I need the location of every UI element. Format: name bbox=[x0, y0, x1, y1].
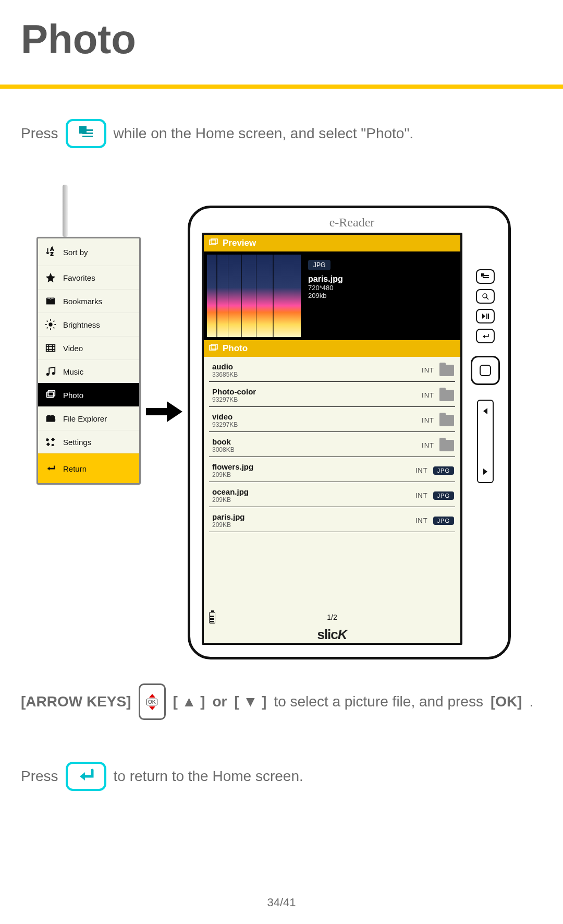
folder-icon bbox=[439, 440, 454, 451]
page-number: 34/41 bbox=[0, 896, 563, 909]
ok-label: [OK] bbox=[491, 693, 522, 710]
side-btn-ok[interactable] bbox=[471, 356, 500, 385]
side-nav-strip[interactable] bbox=[477, 400, 494, 483]
menu-item-sortby[interactable]: AZ Sort by bbox=[38, 238, 139, 266]
folder-icon bbox=[439, 390, 454, 401]
svg-rect-25 bbox=[483, 275, 489, 276]
press-text: Press bbox=[21, 768, 58, 785]
side-btn-playpause[interactable] bbox=[476, 309, 495, 323]
preview-filename: paris.jpg bbox=[308, 274, 343, 284]
instruction-line-1: Press while on the Home screen, and sele… bbox=[21, 119, 542, 148]
arrow-up-icon bbox=[149, 694, 155, 698]
file-name: ocean.jpg bbox=[212, 487, 249, 496]
menu-item-bookmarks[interactable]: Bookmarks bbox=[38, 289, 139, 313]
back-icon bbox=[76, 767, 96, 786]
file-size: 209KB bbox=[212, 496, 249, 503]
menu-button-icon bbox=[66, 119, 106, 148]
star-icon bbox=[44, 271, 57, 284]
photo-icon bbox=[44, 389, 57, 401]
file-name: paris.jpg bbox=[212, 512, 245, 521]
status-bar: 1/2 bbox=[204, 609, 460, 623]
svg-rect-26 bbox=[483, 277, 489, 278]
menu-label: Brightness bbox=[63, 320, 100, 329]
svg-line-8 bbox=[54, 328, 55, 329]
or-text: or bbox=[212, 693, 227, 710]
battery-icon bbox=[209, 612, 215, 623]
menu-item-return[interactable]: Return bbox=[38, 453, 139, 483]
file-loc: INT bbox=[422, 366, 434, 374]
file-name: book bbox=[212, 437, 235, 446]
menu-label: Sort by bbox=[63, 248, 88, 257]
side-btn-back[interactable] bbox=[476, 329, 495, 343]
svg-text:Z: Z bbox=[51, 252, 53, 257]
preview-badge: JPG bbox=[308, 260, 331, 270]
arrow-down-icon bbox=[149, 706, 155, 710]
instruction-line-3: Press to return to the Home screen. bbox=[21, 762, 542, 791]
diagram: AZ Sort by Favorites Bookmarks bbox=[21, 211, 542, 680]
down-glyph: [ ▼ ] bbox=[234, 693, 266, 710]
photo-header: Photo bbox=[204, 340, 460, 357]
svg-line-10 bbox=[54, 321, 55, 322]
popup-menu: AZ Sort by Favorites Bookmarks bbox=[36, 237, 141, 485]
menu-label: File Explorer bbox=[63, 414, 107, 423]
file-row[interactable]: ocean.jpg209KB INTJPG bbox=[209, 482, 455, 507]
jpg-badge: JPG bbox=[433, 491, 454, 500]
file-size: 209KB bbox=[212, 471, 253, 478]
menu-icon bbox=[79, 126, 93, 141]
file-loc: INT bbox=[415, 517, 428, 524]
photos-icon bbox=[209, 343, 218, 354]
menu-item-settings[interactable]: Settings bbox=[38, 430, 139, 453]
menu-item-file-explorer[interactable]: File Explorer bbox=[38, 406, 139, 430]
side-btn-menu[interactable] bbox=[476, 269, 495, 284]
svg-rect-29 bbox=[486, 314, 487, 319]
pagination: 1/2 bbox=[327, 613, 337, 621]
file-name: Photo-color bbox=[212, 387, 256, 396]
file-size: 93297KB bbox=[212, 396, 256, 403]
bookmark-icon bbox=[44, 295, 57, 307]
svg-point-27 bbox=[483, 294, 487, 298]
preview-meta: JPG paris.jpg 720*480 209kb bbox=[308, 255, 343, 337]
nav-prev-icon bbox=[483, 408, 487, 414]
menu-item-brightness[interactable]: Brightness bbox=[38, 313, 139, 336]
menu-label: Settings bbox=[63, 438, 91, 447]
line2-text-b: . bbox=[530, 693, 534, 710]
side-btn-zoom[interactable] bbox=[476, 289, 495, 304]
file-loc: INT bbox=[415, 491, 428, 499]
file-row[interactable]: audio33685KB INT bbox=[209, 357, 455, 382]
file-loc: INT bbox=[415, 466, 428, 474]
file-row[interactable]: flowers.jpg209KB INTJPG bbox=[209, 457, 455, 482]
music-icon bbox=[44, 365, 57, 378]
device-brand: slicK bbox=[204, 627, 460, 643]
instruction-3-suffix: to return to the Home screen. bbox=[114, 768, 303, 785]
preview-header-label: Preview bbox=[223, 238, 256, 248]
sort-icon: AZ bbox=[44, 246, 57, 258]
brightness-icon bbox=[44, 318, 57, 331]
menu-item-video[interactable]: Video bbox=[38, 336, 139, 359]
file-size: 209KB bbox=[212, 521, 245, 529]
menu-label: Video bbox=[63, 344, 83, 353]
line2-text-a: to select a picture file, and press bbox=[274, 693, 483, 710]
press-text: Press bbox=[21, 125, 58, 142]
file-loc: INT bbox=[422, 441, 434, 449]
svg-line-9 bbox=[47, 328, 48, 329]
svg-text:A: A bbox=[51, 247, 54, 251]
file-loc: INT bbox=[422, 391, 434, 399]
file-list: audio33685KB INT Photo-color93297KB INT … bbox=[204, 357, 460, 609]
return-icon bbox=[44, 462, 57, 475]
page-title: Photo bbox=[21, 16, 542, 63]
file-name: flowers.jpg bbox=[212, 462, 253, 471]
jpg-badge: JPG bbox=[433, 517, 454, 525]
menu-item-photo[interactable]: Photo bbox=[38, 383, 139, 406]
file-row[interactable]: Photo-color93297KB INT bbox=[209, 382, 455, 407]
menu-label: Favorites bbox=[63, 273, 95, 282]
preview-thumbnail bbox=[207, 255, 301, 337]
file-row[interactable]: paris.jpg209KB INTJPG bbox=[209, 507, 455, 532]
file-row[interactable]: video93297KB INT bbox=[209, 407, 455, 432]
menu-item-favorites[interactable]: Favorites bbox=[38, 266, 139, 289]
arrow-keys-label: [ARROW KEYS] bbox=[21, 693, 131, 710]
back-button-icon bbox=[66, 762, 106, 791]
ereader-device: e-Reader Preview JPG paris.jpg bbox=[188, 206, 511, 659]
file-row[interactable]: book3008KB INT bbox=[209, 432, 455, 457]
menu-item-music[interactable]: Music bbox=[38, 359, 139, 383]
up-glyph: [ ▲ ] bbox=[173, 693, 205, 710]
